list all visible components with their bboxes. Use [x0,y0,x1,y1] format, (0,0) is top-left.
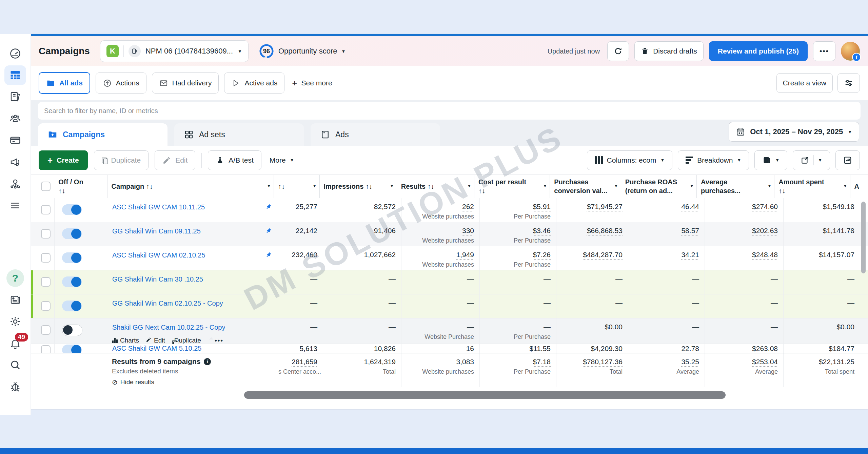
row-checkbox[interactable] [41,277,51,287]
select-all-checkbox[interactable] [41,182,51,191]
filter-chip-all-ads[interactable]: All ads [39,72,90,94]
view-settings-button[interactable] [837,73,860,93]
filter-chip-had-delivery[interactable]: Had delivery [152,73,219,94]
overview-icon[interactable] [4,44,26,63]
column-header-results[interactable]: Results ↑↓▼ [397,175,474,198]
campaign-name-link[interactable]: GG Shakil Win Cam 09.11.25 [112,227,201,235]
campaign-name-link[interactable]: ASC Shakil GW CAM 5.10.25 [112,345,201,352]
column-header-onoff[interactable]: Off / On↑↓ [54,175,107,198]
audiences-icon[interactable] [4,109,26,128]
row-action-edit[interactable]: Edit [146,337,165,344]
column-filter-caret-icon[interactable]: ▼ [313,184,317,189]
metric-value: — [784,294,860,307]
bug-report-icon[interactable] [4,377,26,396]
campaigns-nav-icon[interactable] [4,65,26,85]
column-filter-caret-icon[interactable]: ▼ [543,184,547,189]
account-selector[interactable]: K NPM 06 (104784139609... ▼ [100,40,249,62]
duplicate-button[interactable]: Duplicate [94,150,149,170]
campaign-toggle[interactable] [62,252,82,263]
row-action-duplicate[interactable]: Duplicate [172,337,201,344]
updates-icon[interactable] [4,290,26,310]
chevron-down-icon: ▼ [775,158,780,163]
row-checkbox[interactable] [41,205,51,214]
column-filter-caret-icon[interactable]: ▼ [690,184,694,189]
filter-chip-active-ads[interactable]: Active ads [224,73,284,94]
charts-panel-button[interactable] [835,150,860,170]
search-sidebar-icon[interactable] [4,355,26,375]
refresh-button[interactable] [607,41,629,61]
column-filter-caret-icon[interactable]: ▼ [843,184,847,189]
see-more-button[interactable]: + See more [290,78,334,88]
reports-button[interactable]: ▼ [754,150,787,170]
campaign-toggle[interactable] [62,204,82,215]
review-publish-button[interactable]: Review and publish (25) [709,41,808,61]
column-filter-caret-icon[interactable]: ▼ [614,184,618,189]
column-header-edge[interactable]: A [850,175,868,198]
more-options-button[interactable]: ••• [813,41,835,61]
notifications-bell-icon[interactable]: 49 [4,333,26,353]
column-filter-caret-icon[interactable]: ▼ [767,184,771,189]
ab-test-button[interactable]: A/B test [208,150,261,170]
row-action-charts[interactable]: Charts [112,337,139,344]
campaign-toggle[interactable] [62,301,82,311]
edit-button[interactable]: Edit [155,150,195,170]
column-header-amount-spent[interactable]: Amount spent↑↓▼ [774,175,850,198]
more-button[interactable]: More ▼ [268,156,296,165]
column-header-average-purchases[interactable]: Averagepurchases...▼ [696,175,774,198]
column-header-impressions[interactable]: Impressions ↑↓▼ [319,175,397,198]
column-header-purchase-roas[interactable]: Purchase ROAS(return on ad...▼ [621,175,696,198]
column-header-reach[interactable]: ↑↓▼ [274,175,319,198]
assets-icon[interactable] [4,174,26,193]
row-action-more[interactable]: ••• [215,337,223,344]
avatar[interactable]: f [841,42,860,61]
search-input[interactable] [38,107,861,115]
campaign-name-link[interactable]: ASC Shakil GW CAM 02.10.25 [112,251,205,259]
row-checkbox[interactable] [41,345,51,353]
metric-cell: 281,659s Center acco... [277,353,323,387]
columns-button[interactable]: Columns: ecom ▼ [587,150,673,170]
row-checkbox[interactable] [41,325,51,335]
folder-arrow-icon [47,129,58,140]
campaign-name-link[interactable]: ASC Shakil GW CAM 10.11.25 [112,203,205,211]
discard-drafts-button[interactable]: Discard drafts [634,41,704,61]
column-filter-caret-icon[interactable]: ▼ [467,184,471,189]
row-checkbox[interactable] [41,301,51,311]
breakdown-button[interactable]: Breakdown ▼ [678,150,749,170]
metric-value-text: — [544,275,551,283]
help-icon[interactable]: ? [4,268,26,288]
create-view-button[interactable]: Create a view [776,73,833,93]
opportunity-score[interactable]: 96 Opportunity score ▼ [259,43,346,59]
info-icon[interactable]: i [204,358,211,365]
filter-chip-actions[interactable]: Actions [96,73,146,94]
campaign-toggle[interactable] [62,228,82,239]
column-header-purchases-conversion-value[interactable]: Purchasesconversion val...▼ [550,175,621,198]
billing-icon[interactable] [4,130,26,150]
column-header-cost-per-result[interactable]: Cost per result↑↓▼ [474,175,550,198]
column-filter-caret-icon[interactable]: ▼ [390,184,394,189]
tab-ad-sets[interactable]: Ad sets [174,123,304,146]
hide-results-button[interactable]: ⊘Hide results [112,378,277,386]
tab-campaigns[interactable]: Campaigns [38,123,167,146]
campaign-name-link[interactable]: GG Shakil Win Cam 30 .10.25 [112,275,203,283]
create-button[interactable]: + Create [39,150,88,170]
ads-megaphone-icon[interactable] [4,152,26,172]
chevron-down-icon: ▼ [737,158,741,163]
menu-icon[interactable] [4,195,26,215]
vertical-scrollbar[interactable] [861,202,866,273]
column-header-campaign[interactable]: Campaign ↑↓▼ [107,175,274,198]
campaign-toggle[interactable] [62,325,82,336]
settings-gear-icon[interactable] [4,312,26,331]
campaign-name-link[interactable]: Shakil GG Next Cam 10.02.25 - Copy [112,324,225,331]
date-range-button[interactable]: Oct 1, 2025 – Nov 29, 2025 ▼ [729,122,859,142]
campaign-toggle[interactable] [62,345,82,353]
campaign-name-link[interactable]: GG Shakil Win Cam 02.10.25 - Copy [112,300,223,307]
tab-ads[interactable]: Ads [311,123,440,146]
row-checkbox[interactable] [41,253,51,263]
pages-icon[interactable] [4,87,26,107]
metric-value-text: 330 [462,227,474,234]
export-button[interactable]: ▼ [793,150,830,170]
row-checkbox[interactable] [41,229,51,239]
campaign-toggle[interactable] [62,276,82,287]
column-filter-caret-icon[interactable]: ▼ [267,184,271,189]
horizontal-scrollbar[interactable] [244,391,726,399]
